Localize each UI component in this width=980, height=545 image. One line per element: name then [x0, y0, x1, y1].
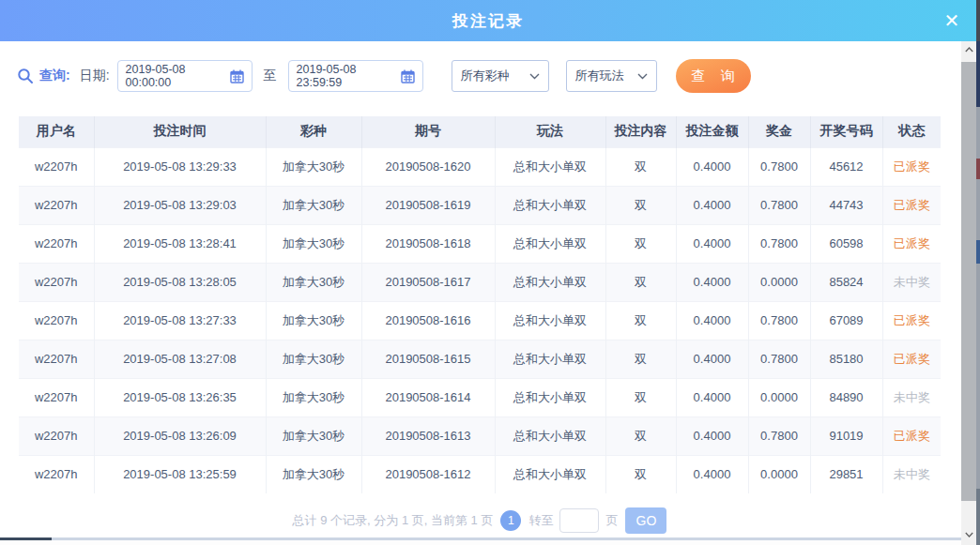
vertical-scrollbar[interactable] — [961, 41, 976, 545]
status-badge: 未中奖 — [882, 263, 941, 301]
play-type-select[interactable]: 所有玩法 — [566, 60, 657, 92]
cell: 总和大小单双 — [495, 416, 605, 455]
records-table: 用户名投注时间彩种期号玩法投注内容投注金额奖金开奖号码状态 w2207h2019… — [19, 116, 941, 493]
current-page-button[interactable]: 1 — [500, 510, 521, 531]
cell: 加拿大30秒 — [266, 224, 361, 263]
pagination-summary: 总计 9 个记录, 分为 1 页, 当前第 1 页 — [293, 512, 494, 529]
column-header: 用户名 — [19, 116, 94, 147]
background-page-sliver — [976, 0, 980, 545]
cell: 总和大小单双 — [495, 301, 605, 340]
cell: 0.0000 — [748, 263, 810, 301]
cell: 0.7800 — [748, 147, 810, 186]
play-type-value: 所有玩法 — [575, 68, 624, 84]
cell: w2207h — [19, 378, 94, 416]
close-icon[interactable]: ✕ — [941, 9, 963, 32]
search-icon — [17, 68, 34, 84]
go-button[interactable]: GO — [625, 507, 666, 534]
cell: 0.4000 — [676, 301, 748, 340]
goto-page-input[interactable] — [559, 508, 599, 533]
cell: 总和大小单双 — [495, 263, 605, 301]
cell: 44743 — [810, 186, 882, 224]
table-row: w2207h2019-05-08 13:28:41加拿大30秒20190508-… — [19, 224, 941, 263]
cell: 加拿大30秒 — [266, 378, 361, 416]
search-button[interactable]: 查 询 — [676, 59, 751, 93]
cell: 0.7800 — [748, 186, 810, 224]
cell: 20190508-1618 — [361, 224, 495, 263]
page-unit-label: 页 — [605, 512, 618, 529]
column-header: 投注内容 — [605, 116, 676, 147]
column-header: 奖金 — [748, 116, 810, 147]
cell: 85180 — [810, 340, 882, 378]
table-header: 用户名投注时间彩种期号玩法投注内容投注金额奖金开奖号码状态 — [19, 116, 941, 147]
cell: 双 — [605, 416, 676, 455]
cell: w2207h — [19, 455, 94, 493]
cell: 91019 — [810, 416, 882, 455]
cell: 2019-05-08 13:28:05 — [94, 263, 266, 301]
column-header: 彩种 — [266, 116, 361, 147]
cell: 双 — [605, 455, 676, 493]
cell: 20190508-1616 — [361, 301, 495, 340]
scrollbar-thumb[interactable] — [961, 62, 976, 501]
cell: 60598 — [810, 224, 882, 263]
status-badge: 已派奖 — [882, 186, 941, 224]
cell: 20190508-1613 — [361, 416, 495, 455]
table-row: w2207h2019-05-08 13:26:09加拿大30秒20190508-… — [19, 416, 941, 455]
cell: 总和大小单双 — [495, 186, 605, 224]
cell: w2207h — [19, 147, 94, 186]
cell: 2019-05-08 13:25:59 — [94, 455, 266, 493]
status-badge: 已派奖 — [882, 416, 941, 455]
cell: w2207h — [19, 301, 94, 340]
date-to-input[interactable]: 2019-05-08 23:59:59 — [288, 60, 423, 92]
cell: 总和大小单双 — [495, 455, 605, 493]
records-table-wrap: 用户名投注时间彩种期号玩法投注内容投注金额奖金开奖号码状态 w2207h2019… — [19, 116, 941, 493]
cell: 0.4000 — [676, 340, 748, 378]
cell: 双 — [605, 224, 676, 263]
table-header-row: 用户名投注时间彩种期号玩法投注内容投注金额奖金开奖号码状态 — [19, 116, 941, 147]
cell: 0.4000 — [676, 378, 748, 416]
cell: 0.4000 — [676, 224, 748, 263]
cell: 0.4000 — [676, 455, 748, 493]
status-badge: 已派奖 — [882, 147, 941, 186]
date-from-input[interactable]: 2019-05-08 00:00:00 — [117, 60, 253, 92]
cell: 加拿大30秒 — [266, 301, 361, 340]
background-below-edge — [0, 540, 961, 545]
cell: 20190508-1620 — [361, 147, 495, 186]
cell: 2019-05-08 13:29:33 — [94, 147, 266, 186]
filter-bar: 查询: 日期: 2019-05-08 00:00:00 — [17, 60, 961, 92]
modal-body: 查询: 日期: 2019-05-08 00:00:00 — [0, 41, 961, 545]
table-row: w2207h2019-05-08 13:27:08加拿大30秒20190508-… — [19, 340, 941, 378]
cell: 双 — [605, 340, 676, 378]
cell: 0.7800 — [748, 416, 810, 455]
lottery-type-select[interactable]: 所有彩种 — [452, 60, 549, 92]
status-badge: 未中奖 — [882, 378, 941, 416]
cell: w2207h — [19, 340, 94, 378]
date-label: 日期: — [80, 68, 110, 84]
status-badge: 已派奖 — [882, 301, 941, 340]
cell: 双 — [605, 263, 676, 301]
query-label: 查询: — [39, 68, 70, 84]
betting-records-modal: 投注记录 ✕ 查询: 日期: 2019-05-08 00:00:00 — [0, 0, 980, 545]
cell: w2207h — [19, 416, 94, 455]
scroll-down-arrow-icon[interactable] — [961, 526, 976, 543]
date-to-value: 2019-05-08 23:59:59 — [297, 63, 401, 89]
table-body: w2207h2019-05-08 13:29:33加拿大30秒20190508-… — [19, 147, 941, 493]
cell: 29851 — [810, 455, 882, 493]
cell: 20190508-1615 — [361, 340, 495, 378]
cell: 2019-05-08 13:27:33 — [94, 301, 266, 340]
cell: 0.4000 — [676, 147, 748, 186]
pagination-bar: 总计 9 个记录, 分为 1 页, 当前第 1 页 1 转至 页 GO — [19, 507, 941, 534]
scroll-up-arrow-icon[interactable] — [961, 41, 976, 58]
cell: 双 — [605, 378, 676, 416]
table-row: w2207h2019-05-08 13:26:35加拿大30秒20190508-… — [19, 378, 941, 416]
date-from-value: 2019-05-08 00:00:00 — [126, 63, 230, 89]
cell: 0.4000 — [676, 186, 748, 224]
cell: 总和大小单双 — [495, 147, 605, 186]
lottery-type-value: 所有彩种 — [461, 68, 510, 84]
cell: 2019-05-08 13:27:08 — [94, 340, 266, 378]
cell: 20190508-1617 — [361, 263, 495, 301]
cell: 20190508-1614 — [361, 378, 495, 416]
cell: 0.0000 — [748, 455, 810, 493]
calendar-icon[interactable] — [230, 69, 244, 83]
calendar-icon[interactable] — [401, 69, 415, 83]
cell: 0.7800 — [748, 224, 810, 263]
